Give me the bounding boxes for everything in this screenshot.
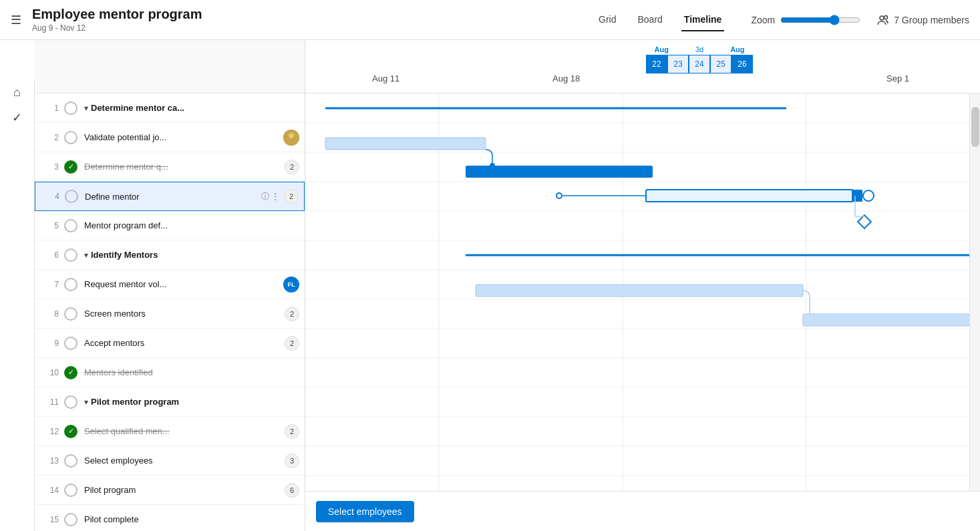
collapse-icon[interactable]: ▾ (84, 250, 88, 260)
checkbox-checked[interactable] (64, 160, 77, 174)
task-name: Pilot complete (84, 514, 299, 524)
date-box-23[interactable]: 23 (667, 55, 689, 73)
checkbox[interactable] (65, 190, 78, 203)
svg-rect-37 (803, 314, 980, 326)
checkbox[interactable] (64, 102, 77, 115)
top-bar: ☰ Employee mentor program Aug 9 - Nov 12… (0, 0, 980, 40)
checkbox[interactable] (64, 248, 77, 262)
task-name: Request mentor vol... (84, 279, 279, 289)
checkbox[interactable] (64, 484, 77, 497)
checkbox[interactable] (64, 131, 77, 144)
task-row[interactable]: 5 Mentor program def... (35, 211, 305, 240)
task-row[interactable]: 2 Validate potential jo... (35, 123, 305, 152)
task-name: Determine mentor ca... (91, 103, 299, 113)
task-name: Identify Mentors (91, 250, 299, 260)
zoom-control: Zoom (751, 15, 860, 25)
date-box-22[interactable]: 22 (646, 55, 667, 73)
project-dates: Aug 9 - Nov 12 (32, 23, 202, 33)
task-row[interactable]: 10 Mentors identified (35, 358, 305, 387)
timeline-gantt (305, 94, 980, 491)
info-icon[interactable]: ⓘ (261, 191, 269, 202)
tab-grid[interactable]: Grid (596, 9, 619, 31)
svg-point-0 (880, 16, 884, 20)
task-row[interactable]: 8 Screen mentors 2 (35, 299, 305, 329)
task-row[interactable]: 4 Define mentor ⓘ ⋮ 2 (35, 182, 305, 211)
task-row[interactable]: 6 ▾ Identify Mentors (35, 240, 305, 270)
task-badge: 3 (285, 454, 299, 468)
task-name: Pilot mentor program (91, 397, 299, 407)
select-employees-button[interactable]: Select employees (316, 501, 414, 522)
timeline-area: Aug 11 Aug 18 Aug 3d Aug 22 (305, 40, 980, 531)
checkbox[interactable] (64, 219, 77, 232)
task-name: Determine mentor q... (84, 162, 281, 172)
bottom-bar: Select employees (305, 491, 980, 531)
hamburger-icon[interactable]: ☰ (11, 13, 21, 27)
more-icon[interactable]: ⋮ (271, 191, 280, 202)
checkbox-checked[interactable] (64, 425, 77, 438)
row-num: 1 (40, 104, 59, 113)
checkbox[interactable] (64, 278, 77, 291)
task-row[interactable]: 13 Select employees 3 (35, 446, 305, 476)
timeline-header: Aug 11 Aug 18 Aug 3d Aug 22 (305, 40, 980, 94)
row-num: 11 (40, 397, 59, 407)
nav-tabs: Grid Board Timeline (596, 9, 724, 31)
task-badge: 6 (285, 483, 299, 498)
row-num: 2 (40, 133, 59, 142)
date-box-24[interactable]: 24 (689, 55, 710, 73)
checkbox[interactable] (64, 337, 77, 350)
checkbox[interactable] (64, 513, 77, 526)
task-name: Screen mentors (84, 309, 281, 319)
task-name: Pilot program (84, 485, 281, 495)
date-box-25[interactable]: 25 (710, 55, 731, 73)
aug-header-left: Aug (654, 45, 668, 53)
task-list: 1 ▾ Determine mentor ca... 2 Validate po… (35, 40, 305, 531)
task-row[interactable]: 14 Pilot program 6 (35, 476, 305, 505)
task-badge: 2 (284, 189, 299, 204)
zoom-slider[interactable] (780, 15, 860, 25)
svg-rect-36 (476, 285, 803, 297)
avatar (283, 130, 299, 146)
group-members[interactable]: 7 Group members (876, 13, 969, 27)
task-badge: 2 (285, 336, 299, 351)
row-num: 6 (40, 250, 59, 260)
checkbox[interactable] (64, 395, 77, 409)
checkbox[interactable] (64, 307, 77, 321)
svg-point-31 (863, 190, 874, 201)
check-icon[interactable]: ✓ (12, 110, 22, 125)
checkbox[interactable] (64, 454, 77, 468)
group-members-icon (876, 13, 890, 27)
task-row[interactable]: 12 Select qualified men... 2 (35, 417, 305, 446)
task-row[interactable]: 7 Request mentor vol... FL (35, 270, 305, 299)
home-icon[interactable]: ⌂ (13, 85, 21, 100)
collapse-icon[interactable]: ▾ (84, 104, 88, 113)
svg-point-28 (556, 193, 562, 198)
row-num: 13 (40, 456, 59, 466)
task-row[interactable]: 11 ▾ Pilot mentor program (35, 387, 305, 417)
tab-timeline[interactable]: Timeline (681, 9, 725, 31)
zoom-label: Zoom (751, 15, 775, 25)
collapse-icon[interactable]: ▾ (84, 397, 88, 407)
row-num: 5 (40, 221, 59, 230)
task-row[interactable]: 3 Determine mentor q... 2 (35, 152, 305, 182)
svg-rect-32 (858, 215, 871, 228)
task-name: Validate potential jo... (84, 132, 279, 142)
row-num: 12 (40, 427, 59, 436)
task-row[interactable]: 9 Accept mentors 2 (35, 329, 305, 358)
task-name: Select employees (84, 456, 281, 466)
project-title: Employee mentor program (32, 7, 202, 22)
row-num: 8 (40, 309, 59, 319)
aug-header-right: Aug (730, 45, 744, 53)
row-num: 4 (41, 192, 59, 201)
tab-board[interactable]: Board (635, 9, 665, 31)
date-label-sep1: Sep 1 (886, 73, 909, 83)
range-3d-label: 3d (695, 45, 703, 53)
avatar: FL (283, 277, 299, 293)
task-row[interactable]: 15 Pilot complete (35, 505, 305, 531)
checkbox-checked[interactable] (64, 366, 77, 379)
row-num: 10 (40, 368, 59, 377)
task-badge: 2 (285, 307, 299, 321)
date-box-26[interactable]: 26 (731, 55, 753, 73)
scroll-indicator[interactable] (969, 94, 980, 491)
row-num: 15 (40, 515, 59, 524)
task-row[interactable]: 1 ▾ Determine mentor ca... (35, 94, 305, 123)
